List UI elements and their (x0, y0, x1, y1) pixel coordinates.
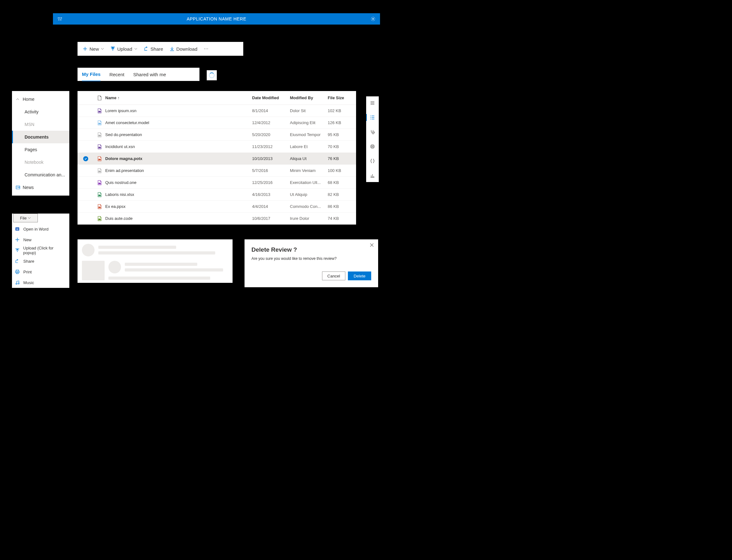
tab-shared[interactable]: Shared with me (133, 68, 166, 81)
nav-pages[interactable]: Pages (12, 143, 69, 156)
download-icon (169, 46, 174, 51)
new-label: New (89, 46, 99, 52)
svg-rect-17 (99, 195, 101, 196)
file-date: 8/1/2014 (252, 108, 290, 113)
collapse-menu-icon[interactable] (366, 98, 379, 108)
table-row[interactable]: Duis aute.code 10/6/2017 Irure Dolor 74 … (77, 213, 356, 225)
row-checkbox[interactable] (77, 156, 94, 161)
file-date: 12/25/2016 (252, 180, 290, 185)
file-modified-by: Irure Dolor (290, 216, 328, 221)
svg-point-26 (372, 146, 373, 147)
shimmer-line (108, 277, 210, 280)
tab-recent[interactable]: Recent (109, 68, 124, 81)
svg-rect-16 (99, 183, 101, 184)
name-column-header[interactable]: Name ↑ (105, 95, 252, 100)
braces-icon[interactable] (366, 156, 379, 166)
share-label: Share (151, 46, 163, 52)
download-button[interactable]: Download (167, 42, 200, 56)
file-date: 5/7/2016 (252, 168, 290, 173)
plus-icon (15, 237, 20, 242)
delete-button[interactable]: Delete (348, 271, 371, 280)
file-type-column-header[interactable] (94, 95, 105, 100)
icon-rail (366, 96, 379, 182)
plus-icon (83, 46, 88, 51)
shimmer-rect (82, 261, 105, 280)
stethoscope-icon[interactable] (366, 127, 379, 137)
file-size: 74 KB (328, 216, 356, 221)
upload-button[interactable]: Upload (108, 42, 140, 56)
settings-icon[interactable] (366, 13, 380, 25)
nav-home-label: Home (23, 97, 34, 102)
table-row[interactable]: Enim ad.presentation 5/7/2016 Minim Veni… (77, 165, 356, 177)
nav-documents[interactable]: Documents (12, 131, 69, 143)
news-icon (16, 185, 20, 190)
nav-news[interactable]: News (12, 181, 69, 194)
svg-point-2 (61, 17, 62, 18)
chevron-down-icon (28, 216, 31, 220)
spinner-icon (209, 72, 214, 78)
svg-point-20 (370, 116, 371, 116)
table-row[interactable]: Amet consectetur.model 12/4/2012 Adipisc… (77, 117, 356, 129)
tab-my-files[interactable]: My Files (82, 68, 100, 81)
bar-chart-icon[interactable] (366, 171, 379, 180)
list-view-icon[interactable] (366, 113, 379, 122)
nav-communication[interactable]: Communication an... (12, 169, 69, 181)
menu-music[interactable]: Music (12, 277, 69, 288)
dialog-title: Delete Review ? (251, 246, 371, 253)
more-icon (203, 46, 209, 51)
table-row[interactable]: Incididunt ut.xsn 11/23/2012 Labore Et 7… (77, 141, 356, 153)
file-menu-button[interactable]: File (13, 214, 38, 222)
file-size: 86 KB (328, 204, 356, 209)
menu-upload[interactable]: Upload (Click for popup) (12, 245, 69, 256)
upload-icon (15, 248, 20, 253)
svg-rect-11 (99, 123, 101, 124)
cancel-button[interactable]: Cancel (322, 271, 345, 280)
file-size: 102 KB (328, 108, 356, 113)
file-modified-by: Commodo Con... (290, 204, 328, 209)
table-row[interactable]: Ex ea.ppsx 4/4/2014 Commodo Con... 86 KB (77, 201, 356, 213)
file-dropdown-menu: File W Open in Word New Upload (Click fo… (12, 214, 69, 288)
menu-print[interactable]: Print (12, 266, 69, 277)
file-type-icon (94, 108, 105, 113)
table-row[interactable]: Laboris nisi.xlsx 4/16/2013 Ut Aliquip 8… (77, 189, 356, 201)
nav-item-label: Activity (25, 109, 38, 114)
radar-icon[interactable] (366, 142, 379, 151)
col-label: Name (105, 95, 116, 100)
word-icon: W (15, 227, 20, 231)
svg-rect-31 (16, 272, 18, 274)
chevron-down-icon (134, 47, 137, 50)
table-row[interactable]: Sed do.presentation 5/20/2020 Eiusmod Te… (77, 129, 356, 141)
file-type-icon (94, 192, 105, 197)
file-size: 82 KB (328, 192, 356, 197)
file-tabs: My Files Recent Shared with me (77, 68, 199, 81)
share-button[interactable]: Share (141, 42, 166, 56)
file-size: 100 KB (328, 168, 356, 173)
nav-item-label: Pages (25, 147, 37, 152)
music-icon (15, 280, 20, 285)
file-modified-by: Adipiscing Elit (290, 120, 328, 125)
menu-share[interactable]: Share (12, 256, 69, 266)
nav-activity[interactable]: Activity (12, 106, 69, 118)
menu-open-in-word[interactable]: W Open in Word (12, 224, 69, 234)
file-type-icon (94, 216, 105, 221)
menu-item-label: Upload (Click for popup) (23, 246, 66, 255)
nav-msn: MSN (12, 118, 69, 131)
new-button[interactable]: New (80, 42, 106, 56)
table-row[interactable]: Dolore magna.potx 10/10/2013 Aliqua Ut 7… (77, 153, 356, 165)
menu-new[interactable]: New (12, 234, 69, 245)
file-size: 126 KB (328, 120, 356, 125)
nav-home[interactable]: Home (12, 93, 69, 106)
size-column-header[interactable]: File Size (328, 95, 356, 100)
date-column-header[interactable]: Date Modified (252, 95, 290, 100)
file-size: 70 KB (328, 144, 356, 149)
shimmer-line (98, 246, 176, 249)
waffle-icon[interactable] (53, 13, 67, 25)
close-icon[interactable] (368, 241, 376, 249)
nav-item-label: Communication an... (25, 172, 65, 177)
table-row[interactable]: Lorem ipsum.xsn 8/1/2014 Dolor Sit 102 K… (77, 105, 356, 117)
more-button[interactable] (201, 42, 211, 56)
menu-item-label: Share (23, 259, 34, 264)
modified-by-column-header[interactable]: Modified By (290, 95, 328, 100)
file-menu-label: File (20, 216, 27, 220)
table-row[interactable]: Quis nostrud.one 12/25/2016 Exercitation… (77, 177, 356, 189)
